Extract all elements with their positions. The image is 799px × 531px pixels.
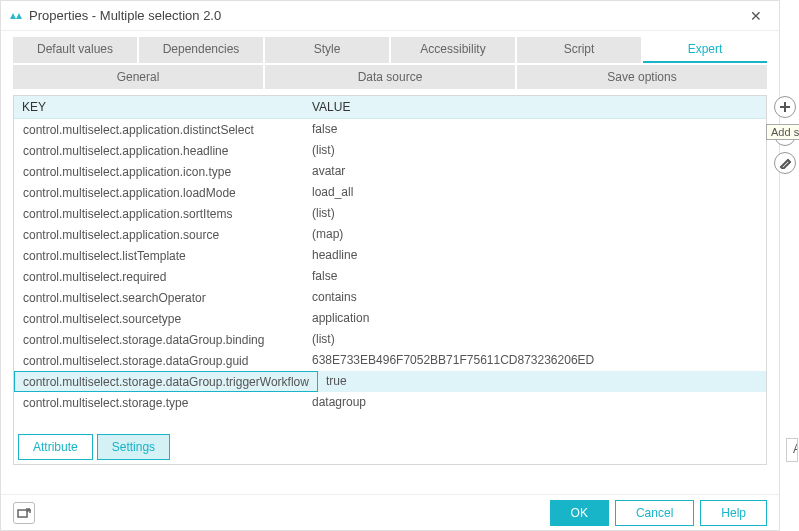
table-row[interactable]: control.multiselect.application.sortItem… — [14, 203, 766, 224]
cell-value: headline — [304, 245, 766, 266]
add-setting-button[interactable]: Add setting — [774, 96, 796, 118]
tab-dependencies[interactable]: Dependencies — [139, 37, 263, 63]
options-button[interactable] — [13, 502, 35, 524]
sub-tabs: General Data source Save options — [13, 65, 767, 89]
tab-accessibility[interactable]: Accessibility — [391, 37, 515, 63]
cell-value: datagroup — [304, 392, 766, 413]
table-header: KEY VALUE — [14, 96, 766, 119]
cell-key: control.multiselect.storage.type — [14, 392, 304, 413]
table-row[interactable]: control.multiselect.application.loadMode… — [14, 182, 766, 203]
attr-seg: Attribute Settings — [18, 434, 170, 460]
cell-value: (list) — [304, 329, 766, 350]
close-button[interactable]: ✕ — [741, 8, 771, 24]
cell-value: application — [304, 308, 766, 329]
add-setting-tooltip: Add setting — [766, 124, 799, 140]
cell-key: control.multiselect.application.distinct… — [14, 119, 304, 140]
cell-value: false — [304, 119, 766, 140]
cell-key: control.multiselect.searchOperator — [14, 287, 304, 308]
edit-setting-button[interactable] — [774, 152, 796, 174]
cell-value: true — [318, 371, 766, 392]
properties-window: Properties - Multiple selection 2.0 ✕ De… — [0, 0, 780, 531]
table-row[interactable]: control.multiselect.requiredfalse — [14, 266, 766, 287]
table-row[interactable]: control.multiselect.application.distinct… — [14, 119, 766, 140]
seg-settings[interactable]: Settings — [97, 434, 170, 460]
table-row[interactable]: control.multiselect.listTemplateheadline — [14, 245, 766, 266]
cell-key: control.multiselect.application.sortItem… — [14, 203, 304, 224]
table-row[interactable]: control.multiselect.storage.typedatagrou… — [14, 392, 766, 413]
cell-value: (list) — [304, 203, 766, 224]
table-row[interactable]: control.multiselect.application.source(m… — [14, 224, 766, 245]
cell-value: (map) — [304, 224, 766, 245]
cell-value: 638E733EB496F7052BB71F75611CD873236206ED — [304, 350, 766, 371]
cancel-button[interactable]: Cancel — [615, 500, 694, 526]
cell-value: contains — [304, 287, 766, 308]
app-logo-icon — [9, 9, 23, 23]
help-button[interactable]: Help — [700, 500, 767, 526]
table-body: control.multiselect.application.distinct… — [14, 119, 766, 435]
table-row[interactable]: control.multiselect.storage.dataGroup.bi… — [14, 329, 766, 350]
cell-key: control.multiselect.application.loadMode — [14, 182, 304, 203]
table-side-buttons: Add setting — [774, 96, 796, 174]
table-row[interactable]: control.multiselect.searchOperatorcontai… — [14, 287, 766, 308]
settings-table: KEY VALUE control.multiselect.applicatio… — [13, 95, 767, 465]
tab-style[interactable]: Style — [265, 37, 389, 63]
svg-rect-0 — [18, 510, 27, 517]
col-key: KEY — [14, 96, 304, 118]
seg-attribute[interactable]: Attribute — [18, 434, 93, 460]
ok-button[interactable]: OK — [550, 500, 609, 526]
cell-key: control.multiselect.sourcetype — [14, 308, 304, 329]
window-title: Properties - Multiple selection 2.0 — [29, 8, 741, 23]
subtab-general[interactable]: General — [13, 65, 263, 89]
cell-key: control.multiselect.storage.dataGroup.gu… — [14, 350, 304, 371]
table-row[interactable]: control.multiselect.application.icon.typ… — [14, 161, 766, 182]
cell-key: control.multiselect.application.source — [14, 224, 304, 245]
cell-value: (list) — [304, 140, 766, 161]
titlebar: Properties - Multiple selection 2.0 ✕ — [1, 1, 779, 31]
cell-key: control.multiselect.storage.dataGroup.tr… — [14, 371, 318, 392]
cell-key: control.multiselect.listTemplate — [14, 245, 304, 266]
subtab-save-options[interactable]: Save options — [517, 65, 767, 89]
cell-key: control.multiselect.application.icon.typ… — [14, 161, 304, 182]
col-value: VALUE — [304, 96, 766, 118]
background-tab-attr: Attr — [786, 438, 798, 462]
cell-value: false — [304, 266, 766, 287]
tab-default-values[interactable]: Default values — [13, 37, 137, 63]
footer: OK Cancel Help — [1, 494, 779, 530]
subtab-data-source[interactable]: Data source — [265, 65, 515, 89]
cell-value: avatar — [304, 161, 766, 182]
cell-key: control.multiselect.storage.dataGroup.bi… — [14, 329, 304, 350]
tab-script[interactable]: Script — [517, 37, 641, 63]
table-row[interactable]: control.multiselect.storage.dataGroup.gu… — [14, 350, 766, 371]
tab-expert[interactable]: Expert — [643, 37, 767, 63]
cell-value: load_all — [304, 182, 766, 203]
table-row[interactable]: control.multiselect.storage.dataGroup.tr… — [14, 371, 766, 392]
cell-key: control.multiselect.application.headline — [14, 140, 304, 161]
top-tabs: Default values Dependencies Style Access… — [13, 37, 767, 63]
table-row[interactable]: control.multiselect.sourcetypeapplicatio… — [14, 308, 766, 329]
table-row[interactable]: control.multiselect.application.headline… — [14, 140, 766, 161]
cell-key: control.multiselect.required — [14, 266, 304, 287]
